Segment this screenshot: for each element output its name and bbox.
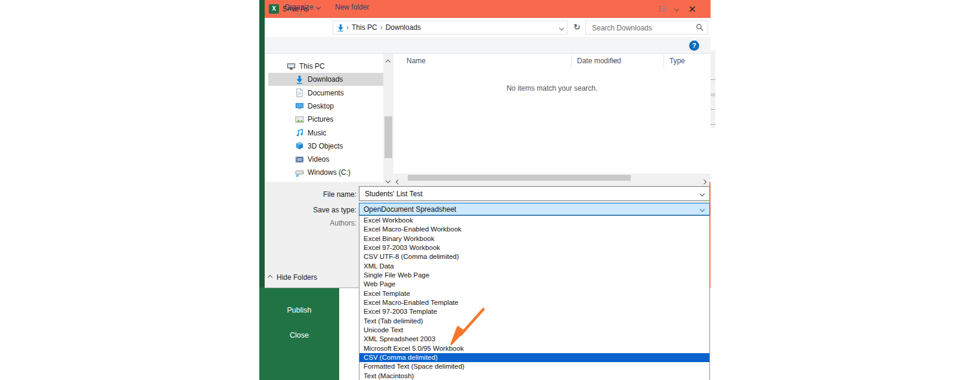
type-option[interactable]: Excel 97-2003 Workbook [359,243,709,252]
backstage-close-button[interactable]: Close [259,330,339,340]
sidebar-item-documents[interactable]: Documents [268,86,384,100]
backstage-publish-button[interactable]: Publish [259,305,339,315]
new-folder-button[interactable]: New folder [331,2,373,12]
sidebar-item-3d-objects[interactable]: 3D Objects [268,140,384,153]
horizontal-scrollbar-thumb[interactable] [408,175,631,181]
sidebar-item-label: Downloads [308,75,343,84]
sidebar-item-label: Music [308,129,326,137]
save-as-type-value: OpenDocument Spreadsheet [364,205,456,214]
background-window-edge-line [711,124,715,125]
authors-label: Authors: [265,219,356,227]
empty-list-message: No items match your search. [394,84,710,92]
type-option[interactable]: Excel Macro-Enabled Workbook [359,225,709,234]
background-window-edge-line [711,95,715,96]
type-option[interactable]: Excel Workbook [359,216,709,225]
type-option[interactable]: Single File Web Page [359,271,709,280]
videos-icon [295,155,304,164]
screenshot-canvas: Publish Close X Save As ✕ ← → ↑ ›This PC… [0,0,980,380]
pictures-icon [295,115,304,124]
sidebar-scrollbar-thumb[interactable] [384,116,392,158]
scroll-up-icon[interactable] [386,55,390,66]
back-icon[interactable]: ← [269,3,280,16]
sidebar-item-label: Documents [308,89,344,97]
backstage-left-edge [259,0,265,288]
chevron-up-icon [268,275,272,280]
chevron-down-icon [700,206,705,211]
breadcrumb-separator: › [380,23,383,32]
hide-folders-label: Hide Folders [277,273,317,282]
type-option[interactable]: Microsoft Excel 5.0/95 Workbook [359,344,709,353]
sidebar-item-this-pc[interactable]: This PC [268,60,384,73]
column-separator[interactable] [663,55,664,68]
pc-icon [287,62,296,71]
chevron-down-icon[interactable] [700,191,705,196]
documents-icon [295,88,304,97]
background-window-edge [711,51,715,128]
help-icon[interactable]: ? [689,41,699,51]
hide-folders-button[interactable]: Hide Folders [265,273,321,282]
column-header-name[interactable]: Name [407,57,426,65]
refresh-icon[interactable]: ↻ [570,21,584,32]
view-options-button[interactable] [655,4,671,14]
type-option[interactable]: Text (Macintosh) [359,372,709,380]
type-option[interactable]: Excel Macro-Enabled Template [359,298,709,307]
chevron-down-icon [315,5,320,10]
downloads-folder-icon [337,24,345,32]
close-icon[interactable]: ✕ [685,2,700,17]
type-option[interactable]: Formatted Text (Space delimited) [359,362,709,371]
type-option[interactable]: XML Data [359,262,709,271]
search-input[interactable] [591,21,694,35]
save-as-type-combobox[interactable]: OpenDocument Spreadsheet [359,203,710,215]
sidebar-item-label: Videos [308,155,329,163]
background-window-edge-line [711,94,715,94]
sidebar-item-downloads[interactable]: Downloads [268,73,384,86]
save-type-listbox: Excel WorkbookExcel Macro-Enabled Workbo… [359,215,710,380]
sidebar-item-label: 3D Objects [308,142,343,150]
sidebar-item-videos[interactable]: Videos [268,153,384,166]
type-option[interactable]: Excel 97-2003 Template [359,307,709,316]
objects3d-icon [295,141,304,150]
sidebar-item-label: Pictures [308,115,333,123]
background-window-edge-line [711,79,715,80]
organize-button[interactable]: Organize [281,2,324,12]
sidebar-item-label: Windows (C:) [308,168,351,177]
scroll-left-icon[interactable] [396,175,400,186]
column-separator[interactable] [571,55,572,68]
organize-label: Organize [284,3,314,11]
type-option[interactable]: Text (Tab delimited) [359,317,709,326]
sidebar-item-label: This PC [299,62,325,70]
drive-icon [295,168,304,177]
breadcrumb-separator: › [346,23,349,32]
sort-indicator-icon [613,53,616,64]
address-bar[interactable]: ›This PC›Downloads [333,20,567,35]
file-name-input[interactable] [364,189,688,199]
search-box [585,20,708,35]
sidebar-item-desktop[interactable]: Desktop [268,100,384,113]
save-as-type-label: Save as type: [265,206,356,214]
breadcrumb-item[interactable]: Downloads [386,23,421,32]
type-option[interactable]: XML Spreadsheet 2003 [359,335,709,344]
music-icon [295,128,304,137]
breadcrumb-item[interactable]: This PC [352,23,377,32]
sidebar-item-windows-c[interactable]: Windows (C:) [268,166,384,179]
backstage-nav-panel: Publish Close [259,288,339,380]
list-view-icon [658,4,668,13]
file-name-combobox [359,186,710,201]
type-option[interactable]: Web Page [359,280,709,289]
address-dropdown-icon[interactable] [560,23,563,32]
sidebar-item-music[interactable]: Music [268,126,384,140]
search-icon [696,23,704,32]
type-option[interactable]: Excel Template [359,289,709,298]
sidebar-item-pictures[interactable]: Pictures [268,113,384,126]
type-option[interactable]: CSV (Comma delimited) [359,353,709,362]
desktop-icon [295,101,304,110]
type-option[interactable]: Unicode Text [359,326,709,335]
type-option[interactable]: Excel Binary Workbook [359,234,709,243]
scroll-down-icon[interactable] [386,174,390,185]
view-options-chevron[interactable] [671,7,682,11]
type-option[interactable]: CSV UTF-8 (Comma delimited) [359,252,709,261]
column-header-type[interactable]: Type [669,57,685,65]
chevron-down-icon [674,7,679,11]
scroll-right-icon[interactable] [702,175,706,186]
dialog-toolbar [265,37,711,54]
